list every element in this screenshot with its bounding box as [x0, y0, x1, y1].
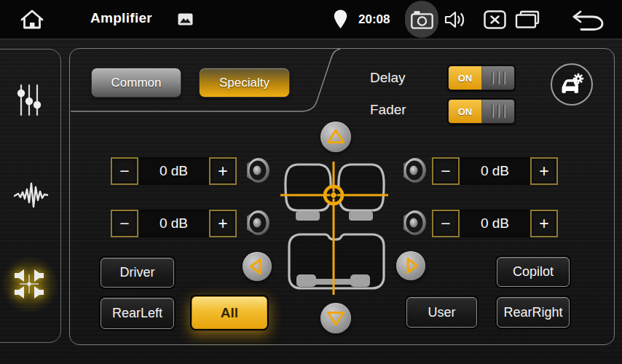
status-bar: Amplifier 20:08 — [0, 0, 622, 39]
gain-plus-front-right[interactable]: + — [530, 157, 558, 185]
zone-label: RearLeft — [112, 306, 162, 321]
toggle-grip — [482, 66, 514, 90]
equalizer-sliders-icon — [16, 83, 42, 117]
speaker-cross-icon — [12, 267, 46, 301]
speaker-icon-front-left — [240, 154, 272, 186]
close-icon — [484, 10, 506, 29]
toggle-on-label: ON — [449, 66, 482, 90]
car-gear-icon — [559, 72, 585, 97]
camera-icon — [411, 10, 433, 29]
sidebar-item-equalizer[interactable] — [16, 83, 42, 117]
gain-minus-front-left[interactable]: − — [111, 157, 138, 185]
gain-minus-front-right[interactable]: − — [432, 157, 460, 185]
zone-all-button[interactable]: All — [192, 296, 267, 329]
plus-icon: + — [539, 163, 548, 180]
tab-label: Specialty — [219, 76, 269, 90]
plus-icon: + — [218, 215, 227, 232]
recent-apps-icon — [514, 10, 540, 29]
plus-icon: + — [539, 215, 548, 232]
gallery-icon[interactable] — [178, 13, 193, 25]
back-button[interactable] — [571, 9, 605, 31]
move-up-button[interactable] — [320, 122, 351, 152]
waveform-icon — [13, 180, 49, 210]
plus-icon: + — [218, 163, 227, 180]
down-arrow-icon — [320, 303, 351, 333]
zone-rearleft-button[interactable]: RearLeft — [101, 298, 174, 329]
zone-copilot-button[interactable]: Copilot — [497, 257, 570, 287]
page-title: Amplifier — [90, 10, 152, 26]
amplifier-screen: Amplifier 20:08 — [0, 0, 622, 364]
minus-icon: − — [119, 215, 129, 232]
zone-user-button[interactable]: User — [406, 297, 477, 328]
gain-plus-front-left[interactable]: + — [209, 157, 237, 185]
zone-label: Copilot — [513, 264, 554, 280]
toggle-on-label: ON — [449, 100, 482, 123]
speaker-icon-rear-left — [240, 207, 272, 239]
tab-common[interactable]: Common — [91, 68, 181, 98]
close-window-button[interactable] — [484, 10, 506, 29]
fader-position-map[interactable] — [275, 157, 393, 300]
gain-value: 0 dB — [160, 163, 188, 179]
toggle-grip — [482, 100, 514, 123]
minus-icon: − — [441, 215, 450, 232]
clock: 20:08 — [358, 12, 390, 27]
zone-label: All — [221, 305, 238, 321]
speaker-icon-rear-right — [397, 207, 429, 239]
home-icon — [19, 8, 45, 31]
gain-value: 0 dB — [481, 215, 509, 232]
up-arrow-icon — [320, 122, 351, 152]
gain-value: 0 dB — [160, 215, 188, 232]
right-arrow-icon — [396, 251, 425, 280]
gain-plus-rear-right[interactable]: + — [530, 210, 558, 237]
home-button[interactable] — [19, 8, 45, 31]
fader-toggle[interactable]: ON — [448, 99, 515, 124]
tab-specialty[interactable]: Specialty — [199, 68, 290, 98]
move-left-button[interactable] — [243, 252, 272, 281]
zone-driver-button[interactable]: Driver — [101, 258, 174, 288]
zone-label: Driver — [120, 265, 155, 280]
camera-button[interactable] — [405, 1, 438, 38]
minus-icon: − — [441, 163, 450, 180]
move-down-button[interactable] — [320, 303, 351, 333]
location-pin-icon — [334, 9, 347, 29]
gain-minus-rear-right[interactable]: − — [432, 210, 460, 237]
recent-apps-button[interactable] — [514, 10, 540, 29]
zone-label: RearRight — [503, 305, 562, 320]
gain-plus-rear-left[interactable]: + — [209, 210, 237, 237]
tab-label: Common — [111, 76, 162, 90]
sidebar-item-fader[interactable] — [12, 267, 46, 301]
speaker-icon-front-right — [397, 154, 429, 186]
car-settings-button[interactable] — [551, 63, 593, 106]
volume-button[interactable] — [444, 9, 466, 30]
back-icon — [571, 9, 605, 31]
sidebar-item-effects[interactable] — [13, 180, 49, 210]
volume-icon — [444, 9, 466, 30]
minus-icon: − — [119, 163, 129, 180]
zone-rearright-button[interactable]: RearRight — [497, 297, 570, 328]
zone-label: User — [428, 305, 455, 320]
left-arrow-icon — [243, 252, 272, 281]
move-right-button[interactable] — [396, 251, 425, 280]
gain-minus-rear-left[interactable]: − — [111, 210, 138, 237]
delay-label: Delay — [370, 70, 406, 86]
delay-toggle[interactable]: ON — [448, 66, 515, 90]
gain-value: 0 dB — [481, 163, 509, 179]
fader-label: Fader — [370, 102, 406, 118]
